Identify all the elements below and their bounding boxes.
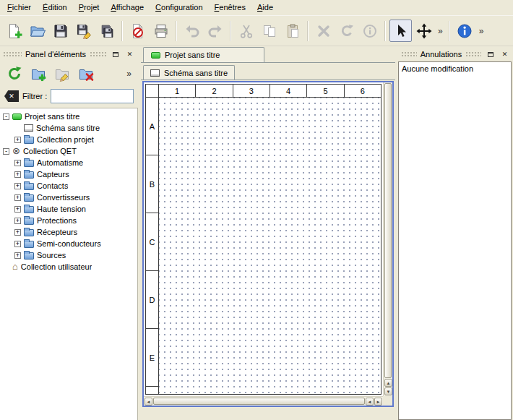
clear-filter-button[interactable]: ✕ <box>4 90 19 102</box>
print-button[interactable] <box>150 20 172 42</box>
filter-input[interactable] <box>51 89 134 103</box>
menu-configuration[interactable]: Configuration <box>150 0 208 15</box>
undo-history-list[interactable]: Aucune modification <box>398 61 512 420</box>
scroll-left-button-2[interactable]: ◄ <box>366 398 374 406</box>
save-all-button[interactable] <box>95 20 118 42</box>
expand-icon[interactable]: + <box>14 252 21 259</box>
tree-item-label: Collection QET <box>23 147 77 155</box>
paste-icon <box>285 23 301 39</box>
float-panel-button[interactable] <box>485 49 496 59</box>
delete-element-button[interactable] <box>76 64 96 84</box>
diagram-view[interactable]: 1 2 3 4 5 6 A B C D E <box>142 81 394 407</box>
undo-button[interactable] <box>181 20 203 42</box>
tree-item-convertisseurs[interactable]: + Convertisseurs <box>0 192 137 203</box>
toolbar-separator <box>121 21 123 41</box>
expand-icon[interactable]: + <box>14 241 21 247</box>
scroll-up-button[interactable]: ▲ <box>384 379 392 387</box>
diagram-viewport[interactable]: 1 2 3 4 5 6 A B C D E <box>144 82 383 396</box>
tree-item-collection-qet[interactable]: - ⊗ Collection QET <box>0 145 137 157</box>
tree-item-collection-utilisateur[interactable]: ⌂ Collection utilisateur <box>0 261 137 273</box>
close-file-button[interactable] <box>126 20 149 42</box>
expand-icon[interactable]: + <box>14 218 21 224</box>
scroll-down-button[interactable]: ▼ <box>384 387 392 395</box>
copy-button[interactable] <box>258 20 280 42</box>
tree-item-projet-sans-titre[interactable]: - Projet sans titre <box>0 111 137 122</box>
edit-element-button[interactable] <box>52 64 72 84</box>
scroll-left-button[interactable]: ◄ <box>145 398 152 406</box>
collapse-icon[interactable]: - <box>3 148 9 155</box>
expand-icon[interactable]: + <box>14 171 21 178</box>
toolbar-overflow-chevron[interactable]: » <box>436 26 445 36</box>
qet-collection-icon: ⊗ <box>12 147 20 155</box>
delete-button[interactable] <box>312 20 335 42</box>
close-panel-button[interactable]: ✕ <box>124 49 135 59</box>
expand-icon[interactable]: + <box>14 194 21 201</box>
folder-icon <box>24 183 34 190</box>
dock-handle-texture[interactable] <box>90 51 106 57</box>
expand-icon[interactable]: + <box>14 160 21 166</box>
menu-aide[interactable]: Aide <box>251 0 279 15</box>
diagram-canvas[interactable] <box>159 98 381 394</box>
redo-button[interactable] <box>204 20 226 42</box>
save-button[interactable] <box>49 20 72 42</box>
tab-schema-sans-titre[interactable]: Schéma sans titre <box>143 65 235 80</box>
tree-item-automatisme[interactable]: + Automatisme <box>0 157 137 168</box>
select-arrow-icon <box>393 23 409 39</box>
column-label: 6 <box>345 85 381 97</box>
tree-item-collection-projet[interactable]: + Collection projet <box>0 134 137 145</box>
select-mode-button[interactable] <box>389 20 412 42</box>
close-panel-button[interactable]: ✕ <box>499 49 510 59</box>
new-document-button[interactable] <box>3 20 25 42</box>
menu-edition[interactable]: Édition <box>37 0 73 15</box>
menu-fichier[interactable]: Fichier <box>1 0 37 15</box>
dock-handle-texture[interactable] <box>3 51 22 57</box>
expand-icon[interactable]: + <box>14 229 21 236</box>
tree-item-contacts[interactable]: + Contacts <box>0 180 137 192</box>
new-element-button[interactable] <box>28 64 48 84</box>
tree-item-label: Haute tension <box>37 205 86 213</box>
expand-icon[interactable]: + <box>14 137 21 143</box>
vertical-scrollbar-thumb[interactable] <box>384 83 392 378</box>
menu-fenetres[interactable]: Fenêtres <box>209 0 251 15</box>
menu-projet[interactable]: Projet <box>73 0 105 15</box>
rotate-icon <box>339 23 355 39</box>
scroll-right-button[interactable]: ► <box>374 398 382 406</box>
horizontal-scrollbar[interactable]: ◄ ◄ ► <box>144 396 383 406</box>
tree-item-recepteurs[interactable]: + Récepteurs <box>0 226 137 238</box>
elements-panel-titlebar[interactable]: Panel d'éléments ✕ <box>0 47 138 60</box>
horizontal-scrollbar-thumb[interactable] <box>153 398 365 405</box>
toolbar-overflow-chevron[interactable]: » <box>477 26 486 36</box>
expand-icon[interactable]: + <box>14 206 21 213</box>
tree-item-capteurs[interactable]: + Capteurs <box>0 168 137 180</box>
about-info-button[interactable] <box>454 20 476 42</box>
tab-projet-sans-titre[interactable]: Projet sans titre <box>143 47 264 62</box>
menu-affichage[interactable]: Affichage <box>105 0 150 15</box>
undo-panel-titlebar[interactable]: Annulations ✕ <box>398 47 513 60</box>
new-document-icon <box>7 23 22 39</box>
collapse-icon[interactable]: - <box>3 113 9 120</box>
folder-icon <box>24 160 34 167</box>
paste-button[interactable] <box>281 20 303 42</box>
tree-item-protections[interactable]: + Protections <box>0 215 137 226</box>
expand-icon[interactable]: + <box>14 183 21 189</box>
save-as-button[interactable] <box>72 20 95 42</box>
reload-collections-button[interactable] <box>4 64 25 84</box>
vertical-scrollbar[interactable]: ▲ ▼ <box>383 82 392 396</box>
tree-item-schema-sans-titre[interactable]: Schéma sans titre <box>0 122 137 134</box>
panel-toolbar-overflow-chevron[interactable]: » <box>124 69 134 79</box>
move-mode-button[interactable] <box>413 20 435 42</box>
open-project-button[interactable] <box>26 20 48 42</box>
print-icon <box>153 23 169 39</box>
float-panel-button[interactable] <box>110 49 121 59</box>
tree-item-label: Semi-conducteurs <box>37 239 101 248</box>
tree-item-sources[interactable]: + Sources <box>0 249 137 261</box>
rotate-button[interactable] <box>335 20 358 42</box>
cut-button[interactable] <box>235 20 257 42</box>
tree-item-haute-tension[interactable]: + Haute tension <box>0 203 137 215</box>
dock-handle-texture[interactable] <box>465 51 481 57</box>
dock-handle-texture[interactable] <box>401 51 417 57</box>
arrow-left-icon: ◄ <box>147 400 151 404</box>
tree-item-semi-conducteurs[interactable]: + Semi-conducteurs <box>0 238 137 249</box>
information-button[interactable] <box>358 20 381 42</box>
folder-icon <box>24 218 34 225</box>
